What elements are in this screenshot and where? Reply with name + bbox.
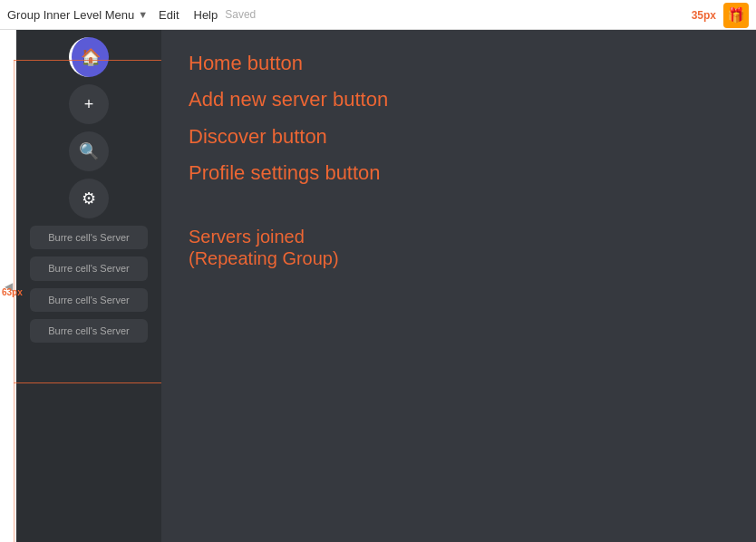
home-button[interactable]: 🏠	[69, 37, 109, 77]
plus-icon: +	[84, 95, 94, 114]
discover-label: Discover button	[189, 125, 729, 149]
px-label-left: 63px	[2, 287, 23, 297]
measurement-line-top	[14, 60, 161, 61]
discover-button[interactable]: 🔍	[69, 131, 109, 171]
servers-joined-label: Servers joined (Repeating Group)	[189, 226, 729, 269]
saved-label: Saved	[225, 8, 256, 21]
server-item-2[interactable]: Burre cell's Server	[30, 256, 148, 280]
top-menu: Edit Help	[159, 8, 218, 22]
add-server-button[interactable]: +	[69, 84, 109, 124]
server-item-1[interactable]: Burre cell's Server	[30, 226, 148, 249]
top-bar-right: 35px 🎁	[692, 0, 749, 30]
search-icon: 🔍	[79, 141, 99, 161]
top-bar: Group Inner Level Menu ▼ Edit Help Saved…	[0, 0, 756, 30]
gift-icon: 🎁	[727, 6, 745, 24]
home-button-label: Home button	[189, 52, 729, 75]
measurement-line-bottom	[14, 382, 161, 383]
content-area: Home button Add new server button Discov…	[161, 30, 756, 542]
gear-icon: ⚙	[82, 189, 96, 208]
gift-button[interactable]: 🎁	[723, 3, 749, 28]
px-badge-top: 35px	[692, 9, 716, 22]
main-area: ◀ 63px 🏠 + 🔍 ⚙ Burre cell's Server Burre…	[0, 30, 756, 542]
help-menu[interactable]: Help	[194, 8, 218, 22]
dropdown-arrow[interactable]: ▼	[138, 9, 148, 20]
measurement-line-vertical	[14, 60, 15, 542]
app-title: Group Inner Level Menu	[7, 8, 134, 22]
server-item-3[interactable]: Burre cell's Server	[30, 288, 148, 312]
edit-menu[interactable]: Edit	[159, 8, 179, 22]
sidebar: 🏠 + 🔍 ⚙ Burre cell's Server Burre cell's…	[16, 30, 161, 542]
profile-settings-button[interactable]: ⚙	[69, 179, 109, 218]
home-icon: 🏠	[81, 47, 101, 67]
server-item-4[interactable]: Burre cell's Server	[30, 319, 148, 343]
title-group: Group Inner Level Menu ▼	[7, 8, 148, 22]
profile-label: Profile settings button	[189, 161, 729, 185]
add-server-label: Add new server button	[189, 88, 729, 111]
